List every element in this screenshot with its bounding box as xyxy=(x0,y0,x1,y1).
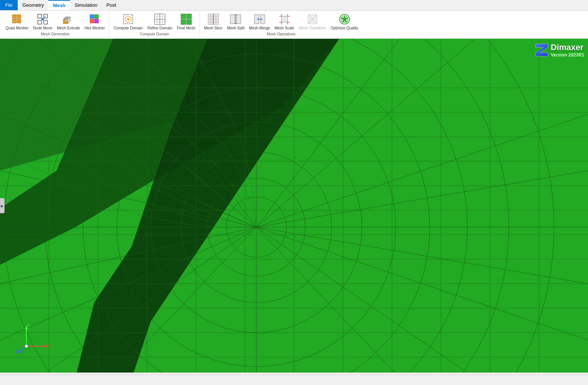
svg-rect-7 xyxy=(44,20,47,24)
final-mesh-label: Final Mesh xyxy=(177,26,195,30)
svg-text:X: X xyxy=(46,344,49,348)
mesh-merge-icon xyxy=(254,13,266,25)
menu-simulation[interactable]: Simulation xyxy=(70,0,102,10)
refine-domain-icon xyxy=(154,13,166,25)
svg-text:Z: Z xyxy=(15,349,18,354)
menu-file[interactable]: File xyxy=(0,0,18,10)
svg-rect-5 xyxy=(38,20,41,24)
mesh-transform-label: Mesh Transform xyxy=(299,26,326,30)
svg-rect-2 xyxy=(12,19,16,23)
hex-mesher-icon xyxy=(89,13,101,25)
svg-rect-39 xyxy=(230,15,235,24)
ribbon-group-compute-domain: Compute Domain Refine Domain xyxy=(109,11,200,38)
mesh-slice-label: Mesh Slice xyxy=(204,26,222,30)
refine-domain-label: Refine Domain xyxy=(147,26,172,30)
svg-rect-31 xyxy=(187,20,191,24)
svg-point-127 xyxy=(25,345,28,348)
svg-rect-17 xyxy=(95,19,98,23)
compute-domain-button[interactable]: Compute Domain xyxy=(112,12,145,31)
optimize-quality-icon xyxy=(338,13,351,25)
mesh-slice-icon xyxy=(207,13,219,25)
hex-mesher-label: Hex Mesher xyxy=(84,26,105,30)
compute-domain-icon xyxy=(122,13,134,25)
svg-rect-1 xyxy=(17,15,21,18)
mesh-merge-button[interactable]: Mesh Merge xyxy=(247,12,272,31)
quad-mesher-button[interactable]: Quad Mesher xyxy=(4,12,31,31)
logo: Dimaxer Version 2023R1 xyxy=(535,43,584,58)
mesh-extrude-icon xyxy=(63,13,75,25)
mesh-visualization xyxy=(0,39,588,373)
node-move-label: Node Move xyxy=(33,26,52,30)
node-move-button[interactable]: Node Move xyxy=(31,12,54,31)
svg-rect-3 xyxy=(17,19,21,23)
mesh-extrude-label: Mesh Extrude xyxy=(57,26,80,30)
logo-version: Version 2023R1 xyxy=(551,52,584,58)
svg-rect-28 xyxy=(181,14,186,19)
svg-text:Y: Y xyxy=(27,324,30,328)
mesh-split-label: Mesh Split xyxy=(227,26,245,30)
mesh-scale-icon xyxy=(279,13,291,25)
ribbon-group-mesh-operations: Mesh Slice Mesh Split xyxy=(200,11,362,38)
compute-domain-label: Compute Domain xyxy=(113,26,143,30)
mesh-generation-label: Mesh Generation xyxy=(4,32,107,37)
statusbar xyxy=(0,374,588,385)
logo-name: Dimaxer xyxy=(551,43,584,52)
quad-mesher-label: Quad Mesher xyxy=(6,26,29,30)
svg-rect-16 xyxy=(90,19,94,23)
svg-rect-4 xyxy=(38,14,41,18)
mesh-scale-button[interactable]: Mesh Scale xyxy=(273,12,296,31)
menu-post[interactable]: Post xyxy=(102,0,121,10)
svg-rect-0 xyxy=(12,15,16,18)
mesh-operations-label: Mesh Operations xyxy=(202,32,360,37)
logo-text: Dimaxer Version 2023R1 xyxy=(551,43,584,58)
hex-mesher-button[interactable]: Hex Mesher xyxy=(83,12,107,31)
logo-icon xyxy=(535,43,548,57)
menubar: File Geometry Mesh Simulation Post xyxy=(0,0,588,11)
svg-marker-117 xyxy=(536,44,548,56)
refine-domain-button[interactable]: Refine Domain xyxy=(145,12,174,31)
menu-geometry[interactable]: Geometry xyxy=(18,0,48,10)
menu-mesh[interactable]: Mesh xyxy=(48,0,70,10)
ribbon: Quad Mesher Node Move xyxy=(0,11,588,39)
svg-rect-30 xyxy=(181,20,186,24)
canvas-area[interactable]: Dimaxer Version 2023R1 ▶ Y X Z xyxy=(0,39,588,373)
node-move-icon xyxy=(37,13,49,25)
mesh-split-button[interactable]: Mesh Split xyxy=(225,12,247,31)
mesh-transform-icon xyxy=(306,13,318,25)
ribbon-group-mesh-generation: Quad Mesher Node Move xyxy=(2,11,109,38)
optimize-quality-button[interactable]: Optimize Quality xyxy=(329,12,360,31)
collapse-handle[interactable]: ▶ xyxy=(0,198,5,213)
svg-rect-29 xyxy=(187,14,191,19)
coordinate-axes: Y X Z xyxy=(15,324,53,354)
mesh-scale-label: Mesh Scale xyxy=(274,26,294,30)
compute-domain-group-label: Compute Domain xyxy=(112,32,197,37)
optimize-quality-label: Optimize Quality xyxy=(331,26,358,30)
svg-rect-15 xyxy=(95,15,98,18)
quad-mesher-icon xyxy=(11,13,23,25)
svg-point-20 xyxy=(127,18,129,20)
mesh-split-icon xyxy=(230,13,242,25)
mesh-slice-button[interactable]: Mesh Slice xyxy=(202,12,224,31)
final-mesh-icon xyxy=(180,13,192,25)
mesh-extrude-button[interactable]: Mesh Extrude xyxy=(55,12,82,31)
svg-rect-49 xyxy=(282,16,288,22)
svg-rect-14 xyxy=(90,15,94,18)
svg-rect-40 xyxy=(236,15,241,24)
mesh-transform-button: Mesh Transform xyxy=(297,12,328,31)
final-mesh-button[interactable]: Final Mesh xyxy=(175,12,197,31)
svg-line-9 xyxy=(43,16,46,19)
mesh-merge-label: Mesh Merge xyxy=(249,26,270,30)
